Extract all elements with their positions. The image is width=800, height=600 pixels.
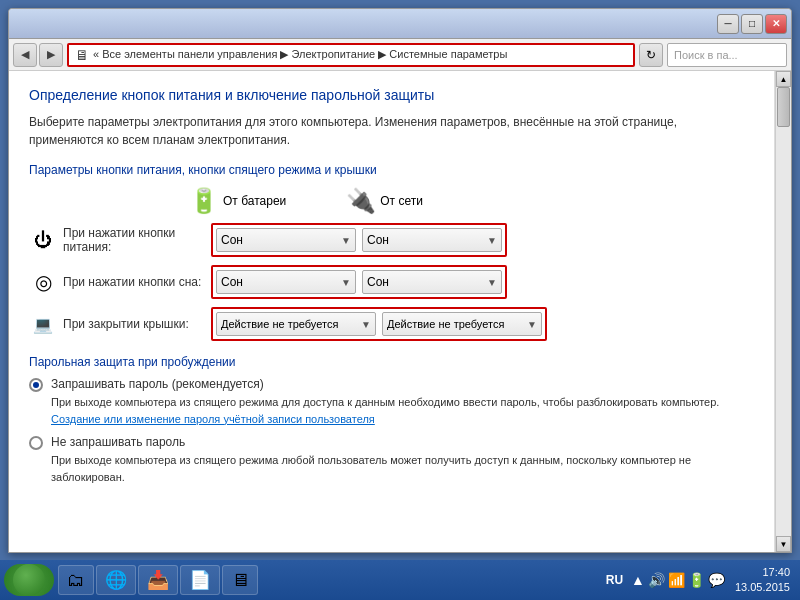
maximize-button[interactable]: □ (741, 14, 763, 34)
power-button-row: ⏻ При нажатии кнопки питания: Сон ▼ Сон … (29, 223, 754, 257)
refresh-button[interactable]: ↻ (639, 43, 663, 67)
close-button[interactable]: ✕ (765, 14, 787, 34)
no-password-radio[interactable] (29, 436, 43, 450)
search-field[interactable]: Поиск в па... (667, 43, 787, 67)
search-placeholder: Поиск в па... (674, 49, 738, 61)
sleep-button-network-dropdown[interactable]: Сон ▼ (362, 270, 502, 294)
system-clock: 17:40 13.05.2015 (729, 565, 796, 596)
title-bar: ─ □ ✕ (9, 9, 791, 39)
dropdown-arrow-icon: ▼ (487, 235, 497, 246)
lid-row: 💻 При закрытии крышки: Действие не требу… (29, 307, 754, 341)
sleep-button-battery-dropdown[interactable]: Сон ▼ (216, 270, 356, 294)
forward-button[interactable]: ▶ (39, 43, 63, 67)
no-password-option: Не запрашивать пароль При выходе компьют… (29, 435, 754, 485)
clock-time: 17:40 (735, 565, 790, 580)
scrollbar-up-button[interactable]: ▲ (776, 71, 791, 87)
language-indicator: RU (602, 573, 627, 587)
column-headers: 🔋 От батареи 🔌 От сети (189, 187, 754, 215)
lid-network-dropdown[interactable]: Действие не требуется ▼ (382, 312, 542, 336)
taskbar: 🗂 🌐 📥 📄 🖥 RU ▲ 🔊 📶 🔋 💬 17:40 13.05.2015 (0, 560, 800, 600)
scrollbar-down-button[interactable]: ▼ (776, 536, 791, 552)
dropdown-arrow-icon: ▼ (361, 319, 371, 330)
power-button-label: При нажатии кнопки питания: (63, 226, 211, 254)
no-password-desc: При выходе компьютера из спящего режима … (51, 452, 754, 485)
tray-icons: ▲ 🔊 📶 🔋 💬 (631, 572, 725, 588)
main-window: ─ □ ✕ ◀ ▶ 🖥 « Все элементы панели управл… (8, 8, 792, 553)
no-password-label: Не запрашивать пароль (51, 435, 754, 449)
network-icon[interactable]: 📶 (668, 572, 685, 588)
minimize-button[interactable]: ─ (717, 14, 739, 34)
password-section-title: Парольная защита при пробуждении (29, 355, 754, 369)
sleep-button-label: При нажатии кнопки сна: (63, 275, 211, 289)
lid-label: При закрытии крышки: (63, 317, 211, 331)
battery-tray-icon[interactable]: 🔋 (688, 572, 705, 588)
main-content: Определение кнопок питания и включение п… (9, 71, 775, 552)
lid-battery-dropdown[interactable]: Действие не требуется ▼ (216, 312, 376, 336)
password-required-desc: При выходе компьютера из спящего режима … (51, 394, 754, 427)
taskbar-item-3[interactable]: 📥 (138, 565, 178, 595)
power-button-network-dropdown[interactable]: Сон ▼ (362, 228, 502, 252)
scrollbar: ▲ ▼ (775, 71, 791, 552)
volume-icon[interactable]: 🔊 (648, 572, 665, 588)
power-button-icon: ⏻ (29, 226, 57, 254)
password-required-radio[interactable] (29, 378, 43, 392)
page-title: Определение кнопок питания и включение п… (29, 87, 754, 103)
sleep-button-dropdowns: Сон ▼ Сон ▼ (211, 265, 507, 299)
password-change-link[interactable]: Создание или изменение пароля учётной за… (51, 413, 375, 425)
battery-column-header: 🔋 От батареи (189, 187, 286, 215)
no-password-text: Не запрашивать пароль При выходе компьют… (51, 435, 754, 485)
password-required-text: Запрашивать пароль (рекомендуется) При в… (51, 377, 754, 427)
nav-buttons: ◀ ▶ (13, 43, 63, 67)
password-required-label: Запрашивать пароль (рекомендуется) (51, 377, 754, 391)
breadcrumb-path: « Все элементы панели управления ▶ Элект… (93, 48, 507, 61)
notification-icon[interactable]: 💬 (708, 572, 725, 588)
password-required-option: Запрашивать пароль (рекомендуется) При в… (29, 377, 754, 427)
page-desc: Выберите параметры электропитания для эт… (29, 113, 754, 149)
dropdown-arrow-icon: ▼ (341, 235, 351, 246)
scrollbar-thumb[interactable] (777, 87, 790, 127)
lid-icon: 💻 (29, 310, 57, 338)
system-tray: RU ▲ 🔊 📶 🔋 💬 17:40 13.05.2015 (602, 565, 796, 596)
taskbar-item-2[interactable]: 🌐 (96, 565, 136, 595)
start-orb-icon (13, 564, 45, 596)
power-adapter-icon: 🔌 (346, 187, 376, 215)
tray-expand-icon[interactable]: ▲ (631, 572, 645, 588)
sleep-button-icon: ◎ (29, 268, 57, 296)
dropdown-arrow-icon: ▼ (341, 277, 351, 288)
taskbar-item-1[interactable]: 🗂 (58, 565, 94, 595)
back-button[interactable]: ◀ (13, 43, 37, 67)
password-section: Парольная защита при пробуждении Запраши… (29, 355, 754, 485)
taskbar-item-4[interactable]: 📄 (180, 565, 220, 595)
power-button-battery-dropdown[interactable]: Сон ▼ (216, 228, 356, 252)
battery-icon: 🔋 (189, 187, 219, 215)
dropdown-arrow-icon: ▼ (527, 319, 537, 330)
window-controls: ─ □ ✕ (717, 14, 787, 34)
lid-dropdowns: Действие не требуется ▼ Действие не треб… (211, 307, 547, 341)
address-bar: ◀ ▶ 🖥 « Все элементы панели управления ▶… (9, 39, 791, 71)
content-area: Определение кнопок питания и включение п… (9, 71, 791, 552)
dropdown-arrow-icon: ▼ (487, 277, 497, 288)
scrollbar-track[interactable] (776, 87, 791, 536)
sleep-button-row: ◎ При нажатии кнопки сна: Сон ▼ Сон ▼ (29, 265, 754, 299)
section-title: Параметры кнопки питания, кнопки спящего… (29, 163, 754, 177)
start-button[interactable] (4, 564, 54, 596)
clock-date: 13.05.2015 (735, 580, 790, 595)
taskbar-items: 🗂 🌐 📥 📄 🖥 (58, 565, 602, 595)
power-button-dropdowns: Сон ▼ Сон ▼ (211, 223, 507, 257)
taskbar-item-5[interactable]: 🖥 (222, 565, 258, 595)
address-field[interactable]: 🖥 « Все элементы панели управления ▶ Эле… (67, 43, 635, 67)
network-column-header: 🔌 От сети (346, 187, 423, 215)
